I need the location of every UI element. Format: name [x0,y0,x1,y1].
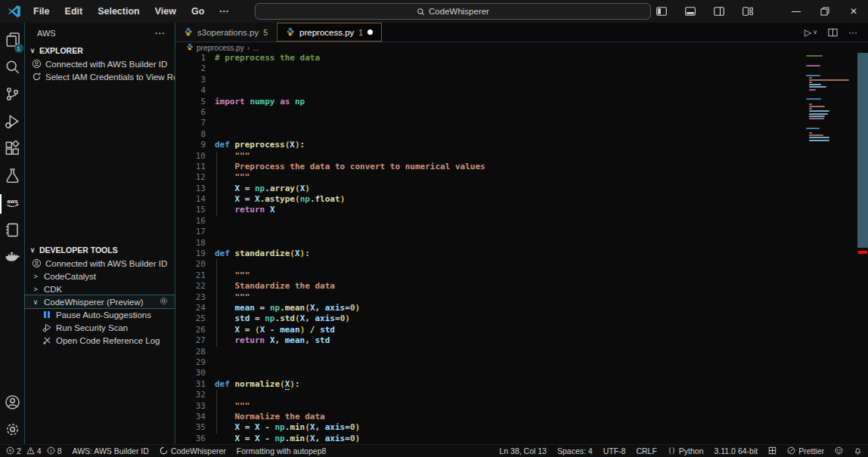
code-editor[interactable]: 1# preprocess the data2345import numpy a… [175,53,868,444]
status-notifications[interactable] [854,446,862,456]
restore-icon[interactable] [811,0,839,23]
breadcrumb[interactable]: preprocess.py › ... [175,42,868,53]
status-eol-sequence[interactable]: CRLF [636,446,656,455]
code-line-8[interactable]: 8 [175,129,868,140]
code-line-7[interactable]: 7 [175,118,868,128]
modified-dot-icon[interactable] [367,29,373,35]
code-line-13[interactable]: 13 X = np.array(X) [175,184,868,194]
code-line-29[interactable]: 29 [175,357,868,368]
sidebar-item-pause-auto-suggestions[interactable]: Pause Auto-Suggestions [25,308,175,321]
code-line-23[interactable]: 23 """ [175,292,868,303]
close-icon[interactable]: ✕ [839,0,868,23]
status-aws-connection[interactable]: AWS: AWS Builder ID [73,446,149,455]
code-line-21[interactable]: 21 """ [175,270,868,281]
code-line-35[interactable]: 35 X = X - np.min(X, axis=0) [175,422,868,433]
code-line-2[interactable]: 2 [175,63,868,74]
activity-docker[interactable] [0,245,25,272]
code-line-19[interactable]: 19def standardize(X): [175,249,868,259]
menu-[interactable]: ··· [213,4,235,19]
code-line-22[interactable]: 22 Standardize the data [175,281,868,292]
activity-aws[interactable]: aws [0,190,25,218]
activity-explorer[interactable]: 1 [0,27,25,54]
gear-icon[interactable] [159,296,169,307]
breadcrumb-file[interactable]: preprocess.py [197,44,244,52]
code-line-24[interactable]: 24 mean = np.mean(X, axis=0) [175,303,868,313]
breadcrumb-symbol[interactable]: ... [253,44,259,52]
code-line-34[interactable]: 34 Normalize the data [175,412,868,422]
toggle-panel-icon[interactable] [676,0,705,23]
code-line-1[interactable]: 1# preprocess the data [175,53,868,63]
code-line-18[interactable]: 18 [175,238,868,249]
activity-testing[interactable] [0,163,25,190]
code-line-15[interactable]: 15 return X [175,205,868,215]
code-line-9[interactable]: 9def preprocess(X): [175,140,868,150]
section-explorer[interactable]: ∨ EXPLORER [25,44,175,57]
code-line-16[interactable]: 16 [175,216,868,227]
menu-file[interactable]: File [27,4,56,19]
toggle-sidebar-icon[interactable] [647,0,676,23]
activity-notebook[interactable] [0,218,25,245]
code-line-25[interactable]: 25 std = np.std(X, axis=0) [175,313,868,324]
status-python-interpreter[interactable]: 3.11.0 64-bit [715,446,758,455]
code-line-6[interactable]: 6 [175,107,868,118]
run-python-file-button[interactable]: ▷∨ [804,27,817,38]
code-line-30[interactable]: 30 [175,368,868,378]
code-line-3[interactable]: 3 [175,75,868,85]
menu-view[interactable]: View [149,4,182,19]
menu-selection[interactable]: Selection [91,4,146,19]
code-line-5[interactable]: 5import numpy as np [175,97,868,107]
status-cursor-position[interactable]: Ln 38, Col 13 [500,446,547,455]
status-codewhisperer-status[interactable]: CodeWhisperer [160,446,226,456]
code-line-27[interactable]: 27 return X, mean, std [175,335,868,346]
scrollbar[interactable] [857,53,868,444]
tab-preprocess-py[interactable]: preprocess.py1 [277,23,382,42]
sidebar-item-cdk[interactable]: >CDK [25,283,175,295]
minimize-icon[interactable]: — [782,0,811,23]
activity-accounts[interactable] [0,390,25,417]
more-actions-icon[interactable]: ··· [848,27,857,38]
code-line-32[interactable]: 32 [175,390,868,400]
toggle-secondary-sidebar-icon[interactable] [705,0,733,23]
tab-s3operations-py[interactable]: s3operations.py5 [175,23,277,42]
activity-settings[interactable] [0,417,25,444]
sidebar-more-actions[interactable]: ··· [155,29,166,38]
code-line-36[interactable]: 36 X = X - np.min(X, axis=0) [175,434,868,444]
split-editor-icon[interactable] [828,28,838,37]
sidebar-item-connected-with-aws-builder-id[interactable]: Connected with AWS Builder ID [25,257,175,270]
sidebar-item-run-security-scan[interactable]: Run Security Scan [25,321,175,334]
status-formatter-status[interactable]: Formatting with autopep8 [237,446,326,455]
scrollbar-slider[interactable] [857,53,868,248]
status-indentation[interactable]: Spaces: 4 [557,446,593,455]
sidebar-item-select-iam-credentials-to-view-reso[interactable]: Select IAM Credentials to View Reso... [25,70,175,83]
code-line-10[interactable]: 10 """ [175,151,868,162]
activity-source-control[interactable] [0,82,25,109]
sidebar-item-open-code-reference-log[interactable]: Open Code Reference Log [25,334,175,347]
command-center-search[interactable]: CodeWhisperer [255,3,651,20]
code-line-12[interactable]: 12 """ [175,172,868,183]
code-line-11[interactable]: 11 Preprocess the data to convert to num… [175,162,868,172]
sidebar-item-codewhisperer-preview[interactable]: ∨CodeWhisperer (Preview) [25,295,175,308]
code-line-33[interactable]: 33 """ [175,401,868,412]
sidebar-item-connected-with-aws-builder-id[interactable]: Connected with AWS Builder ID [25,57,175,70]
code-line-17[interactable]: 17 [175,227,868,237]
code-line-20[interactable]: 20 [175,259,868,270]
activity-search[interactable] [0,54,25,82]
activity-run-debug[interactable] [0,109,25,136]
section-developer-tools[interactable]: ∨ DEVELOPER TOOLS [25,243,175,257]
status-language-mode[interactable]: Python [668,446,704,456]
status-prettier-status[interactable]: Prettier [787,446,824,456]
menu-edit[interactable]: Edit [59,4,89,19]
code-line-28[interactable]: 28 [175,347,868,357]
status-table-grid[interactable] [768,446,777,456]
code-line-31[interactable]: 31def normalize(X): [175,379,868,390]
code-line-4[interactable]: 4 [175,85,868,96]
status-encoding[interactable]: UTF-8 [603,446,626,455]
code-line-14[interactable]: 14 X = X.astype(np.float) [175,194,868,205]
minimap[interactable] [806,55,856,142]
activity-extensions[interactable] [0,136,25,163]
menu-go[interactable]: Go [185,4,210,19]
code-line-26[interactable]: 26 X = (X - mean) / std [175,325,868,335]
sidebar-item-codecatalyst[interactable]: >CodeCatalyst [25,270,175,283]
customize-layout-icon[interactable] [733,0,762,23]
status-feedback[interactable] [835,446,843,456]
